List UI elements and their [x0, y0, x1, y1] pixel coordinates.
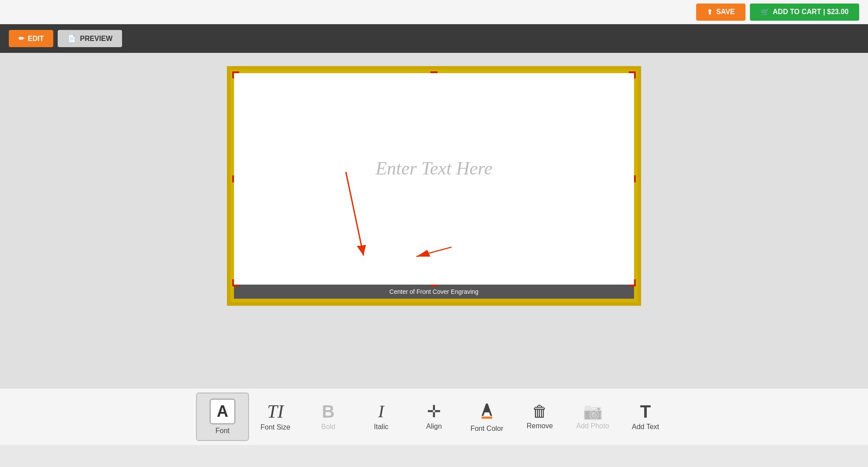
tool-font-label: Font: [215, 427, 230, 435]
tool-remove-label: Remove: [527, 422, 553, 430]
tool-italic-label: Italic: [374, 423, 389, 431]
canvas-placeholder: Enter Text Here: [375, 158, 492, 179]
tool-italic[interactable]: I Italic: [355, 393, 408, 441]
canvas-frame: Enter Text Here Center of Front Cover En…: [227, 66, 641, 306]
save-button[interactable]: ⬆ SAVE: [696, 4, 745, 21]
align-icon: ✛: [427, 403, 441, 420]
tool-add-text[interactable]: T Add Text: [619, 393, 672, 441]
tool-font-size-label: Font Size: [260, 423, 290, 431]
tool-bold-label: Bold: [321, 423, 335, 431]
bold-icon: B: [322, 403, 335, 420]
canvas-wrapper: After you enter your text, highlight it,…: [227, 66, 641, 306]
add-to-cart-button[interactable]: 🛒 ADD TO CART | $23.00: [750, 4, 859, 21]
save-icon: ⬆: [707, 8, 712, 16]
pencil-icon: ✏: [19, 34, 24, 43]
edit-bar: ✏ EDIT 📄 PREVIEW: [0, 24, 868, 53]
main-area: After you enter your text, highlight it,…: [0, 53, 868, 388]
add-to-cart-label: ADD TO CART | $23.00: [773, 8, 849, 16]
preview-button[interactable]: 📄 PREVIEW: [58, 30, 122, 47]
preview-label: PREVIEW: [80, 35, 112, 43]
preview-icon: 📄: [67, 34, 76, 43]
save-label: SAVE: [716, 8, 734, 16]
add-photo-icon: 📷: [583, 404, 603, 419]
remove-icon: 🗑: [532, 404, 548, 419]
tool-font-color-label: Font Color: [471, 425, 504, 433]
edit-label: EDIT: [28, 35, 44, 43]
tool-add-photo[interactable]: 📷 Add Photo: [566, 393, 619, 441]
italic-icon: I: [378, 403, 384, 420]
add-text-icon: T: [640, 403, 651, 420]
tool-font[interactable]: A Font: [196, 393, 249, 441]
tool-bold[interactable]: B Bold: [302, 393, 355, 441]
tool-add-text-label: Add Text: [632, 423, 659, 431]
font-size-icon: TI: [267, 402, 283, 421]
canvas-inner[interactable]: Enter Text Here: [234, 73, 634, 285]
tool-remove[interactable]: 🗑 Remove: [513, 393, 566, 441]
tool-align[interactable]: ✛ Align: [408, 393, 460, 441]
canvas-caption: Center of Front Cover Engraving: [234, 285, 634, 299]
bottom-toolbar: A Font TI Font Size B Bold I Italic ✛ Al…: [0, 388, 868, 445]
tool-align-label: Align: [426, 423, 442, 430]
cart-icon: 🛒: [760, 8, 769, 16]
font-icon: A: [210, 399, 235, 424]
edit-button[interactable]: ✏ EDIT: [9, 30, 53, 47]
tool-add-photo-label: Add Photo: [576, 422, 609, 430]
tool-font-size[interactable]: TI Font Size: [249, 393, 302, 441]
tool-font-color[interactable]: Font Color: [460, 393, 513, 441]
font-color-icon: [478, 401, 496, 422]
top-bar: ⬆ SAVE 🛒 ADD TO CART | $23.00: [0, 0, 868, 24]
